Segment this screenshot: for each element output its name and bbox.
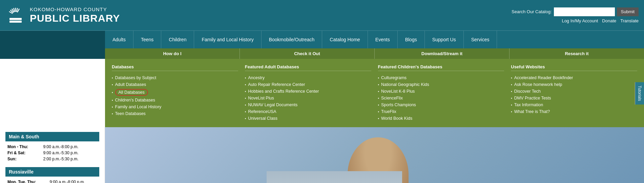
nav-blogs[interactable]: Blogs — [398, 31, 425, 48]
page-body: Main & South Mon - Thu: 9:00 a.m.-8:00 p… — [0, 127, 644, 183]
hours-day: Mon, Tue, Thu: — [6, 179, 47, 183]
tutorials-tab[interactable]: Tutorials — [635, 82, 644, 105]
logo-area: KOKOMO-HOWARD COUNTY PUBLIC LIBRARY — [5, 5, 120, 25]
tutorials-label: Tutorials — [637, 86, 642, 101]
subnav-how-do-i[interactable]: How do I — [105, 48, 240, 59]
children-db-col-title: Featured Children's Databases — [378, 64, 504, 71]
sub-nav-spacer — [0, 48, 105, 59]
subnav-research-it[interactable]: Research it — [510, 48, 644, 59]
databases-list: • Databases by Subject • Adult Databases… — [112, 74, 238, 117]
site-ar-bookfinder[interactable]: • Accelerated Reader Bookfinder — [511, 74, 637, 81]
content-image-area — [105, 127, 644, 183]
db-novelist-plus[interactable]: • NoveList Plus — [245, 95, 371, 101]
site-dmv[interactable]: • DMV Practice Tests — [511, 95, 637, 101]
databases-col-title: Databases — [112, 64, 238, 71]
header-links: Log In/My Account Donate Translate — [562, 18, 639, 23]
subnav-check-it-out[interactable]: Check it Out — [240, 48, 375, 59]
useful-websites-list: • Accelerated Reader Bookfinder • Ask Ro… — [511, 74, 637, 115]
db-culturegrams[interactable]: • Culturegrams — [378, 74, 504, 81]
site-discover-tech[interactable]: • Discover Tech — [511, 88, 637, 95]
db-auto-repair[interactable]: • Auto Repair Reference Center — [245, 81, 371, 88]
login-link[interactable]: Log In/My Account — [562, 18, 598, 23]
subnav-download-stream[interactable]: Download/Stream it — [375, 48, 510, 59]
table-row: Mon - Thu: 9:00 a.m.-8:00 p.m. — [6, 144, 99, 150]
children-db-list: • Culturegrams • National Geographic Kid… — [378, 74, 504, 122]
db-all[interactable]: •All Databases — [112, 88, 238, 97]
hours-day: Fri & Sat: — [6, 150, 41, 156]
nav-events[interactable]: Events — [368, 31, 398, 48]
search-label: Search Our Catalog: — [512, 9, 552, 14]
db-adult[interactable]: • Adult Databases — [112, 81, 238, 88]
db-novelist-k8[interactable]: • NoveList K-8 Plus — [378, 88, 504, 95]
sub-nav: How do I Check it Out Download/Stream it… — [0, 48, 644, 59]
nav-adults[interactable]: Adults — [105, 31, 133, 48]
hours-day: Sun: — [6, 156, 41, 162]
sub-nav-items: How do I Check it Out Download/Stream it… — [105, 48, 644, 59]
useful-websites-col-title: Useful Websites — [511, 64, 637, 71]
dropdown-content: Databases • Databases by Subject • Adult… — [105, 59, 644, 127]
db-children[interactable]: • Children's Databases — [112, 97, 238, 104]
dropdown-col-adult-db: Featured Adult Databases • Ancestry • Au… — [245, 64, 371, 122]
table-row: Sun: 2:00 p.m.-5:30 p.m. — [6, 156, 99, 162]
db-trueflix[interactable]: • TrueFlix — [378, 108, 504, 115]
hours-time: 2:00 p.m.-5:30 p.m. — [42, 156, 99, 162]
main-south-title: Main & South — [5, 132, 99, 141]
library-name-top: KOKOMO-HOWARD COUNTY — [30, 7, 120, 13]
russiaville-title: Russiaville — [5, 167, 99, 177]
nav-services[interactable]: Services — [464, 31, 497, 48]
nav-teens[interactable]: Teens — [133, 31, 161, 48]
db-world-book-kids[interactable]: • World Book Kids — [378, 115, 504, 122]
donate-link[interactable]: Donate — [602, 18, 616, 23]
sidebar-nav-label — [0, 31, 105, 48]
nav-family-history[interactable]: Family and Local History — [194, 31, 261, 48]
nav-catalog-home[interactable]: Catalog Home — [322, 31, 368, 48]
dropdown-col-useful-websites: Useful Websites • Accelerated Reader Boo… — [511, 64, 637, 122]
hours-time: 9:00 a.m.-5:30 p.m. — [42, 150, 99, 156]
site-ask-rose[interactable]: • Ask Rose homework help — [511, 81, 637, 88]
dropdown-spacer — [0, 59, 105, 127]
search-area: Search Our Catalog: Submit — [512, 7, 639, 16]
db-teen[interactable]: • Teen Databases — [112, 110, 238, 117]
main-south-hours: Mon - Thu: 9:00 a.m.-8:00 p.m. Fri & Sat… — [5, 143, 99, 162]
header-right: Search Our Catalog: Submit Log In/My Acc… — [512, 7, 639, 23]
russiaville-hours: Mon, Tue, Thu: 9:00 a.m.-8:00 p.m. Wed: … — [5, 179, 99, 183]
adult-db-col-title: Featured Adult Databases — [245, 64, 371, 71]
hours-time: 9:00 a.m.-8:00 p.m. — [48, 179, 99, 183]
db-family-history[interactable]: • Family and Local History — [112, 104, 238, 110]
library-name-bottom: PUBLIC LIBRARY — [30, 13, 120, 24]
db-sports-champions[interactable]: • Sports Champions — [378, 101, 504, 108]
all-databases-highlighted[interactable]: All Databases — [115, 89, 148, 96]
left-sidebar: Main & South Mon - Thu: 9:00 a.m.-8:00 p… — [0, 127, 105, 183]
translate-link[interactable]: Translate — [620, 18, 639, 23]
db-nuwav[interactable]: • NUWAV Legal Documents — [245, 101, 371, 108]
header: KOKOMO-HOWARD COUNTY PUBLIC LIBRARY Sear… — [0, 0, 644, 30]
nav-items: Adults Teens Children Family and Local H… — [105, 31, 644, 48]
table-row: Fri & Sat: 9:00 a.m.-5:30 p.m. — [6, 150, 99, 156]
db-ancestry[interactable]: • Ancestry — [245, 74, 371, 81]
hours-time: 9:00 a.m.-8:00 p.m. — [42, 144, 99, 150]
db-scienceflix[interactable]: • ScienceFlix — [378, 95, 504, 101]
db-universal-class[interactable]: • Universal Class — [245, 115, 371, 122]
logo-text: KOKOMO-HOWARD COUNTY PUBLIC LIBRARY — [30, 7, 120, 24]
adult-db-list: • Ancestry • Auto Repair Reference Cente… — [245, 74, 371, 122]
dropdown-col-children-db: Featured Children's Databases • Cultureg… — [378, 64, 504, 122]
library-logo-icon — [5, 5, 26, 25]
hours-day: Mon - Thu: — [6, 144, 41, 150]
nav-support-us[interactable]: Support Us — [425, 31, 464, 48]
main-content: Universal Class Universal Class is a — [105, 127, 644, 183]
site-tax-info[interactable]: • Tax Information — [511, 101, 637, 108]
db-hobbies[interactable]: • Hobbies and Crafts Reference Center — [245, 88, 371, 95]
nav-children[interactable]: Children — [161, 31, 194, 48]
db-by-subject[interactable]: • Databases by Subject — [112, 74, 238, 81]
svg-rect-8 — [9, 18, 22, 20]
dropdown-col-databases: Databases • Databases by Subject • Adult… — [112, 64, 238, 122]
main-nav: Adults Teens Children Family and Local H… — [0, 30, 644, 48]
db-natgeo-kids[interactable]: • National Geographic Kids — [378, 81, 504, 88]
submit-button[interactable]: Submit — [617, 7, 639, 16]
search-input[interactable] — [554, 7, 615, 16]
nav-bookmobile[interactable]: Bookmobile/Outreach — [262, 31, 323, 48]
table-row: Mon, Tue, Thu: 9:00 a.m.-8:00 p.m. — [6, 179, 99, 183]
db-referenceusa[interactable]: • ReferenceUSA — [245, 108, 371, 115]
site-what-tree[interactable]: • What Tree is That? — [511, 108, 637, 115]
dropdown-area: Databases • Databases by Subject • Adult… — [0, 59, 644, 127]
